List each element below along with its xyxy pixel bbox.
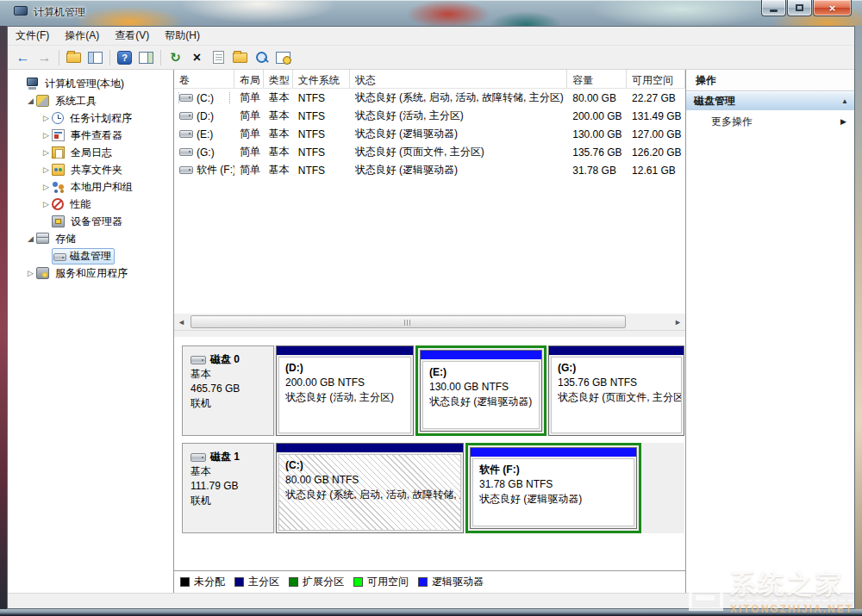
volume-capacity: 31.78 GB bbox=[567, 165, 627, 177]
more-actions-item[interactable]: 更多操作 ▶ bbox=[686, 110, 854, 133]
disk-status: 联机 bbox=[191, 396, 265, 411]
tree-item-services-applications[interactable]: ▷ 服务和应用程序 bbox=[8, 264, 173, 282]
expander-icon[interactable]: ◢ bbox=[25, 234, 36, 243]
actions-group-disk-management[interactable]: 磁盘管理 ▲ bbox=[686, 91, 854, 110]
tree-item-system-tools[interactable]: ◢ 系统工具 bbox=[8, 92, 173, 109]
open-folder-icon[interactable] bbox=[230, 48, 250, 67]
free-space-swatch bbox=[353, 577, 363, 587]
logical-drive-bar bbox=[471, 448, 636, 457]
partition-c-selected[interactable]: (C:) 80.00 GB NTFS 状态良好 (系统, 启动, 活动, 故障转… bbox=[276, 443, 464, 533]
partition-status: 状态良好 (逻辑驱动器) bbox=[429, 395, 533, 409]
extended-partition-swatch bbox=[289, 577, 298, 587]
menu-help[interactable]: 帮助(H) bbox=[157, 26, 208, 46]
storage-icon bbox=[36, 233, 49, 245]
volume-capacity: 135.76 GB bbox=[567, 146, 627, 159]
legend-bar: 未分配 主分区 扩展分区 可用空间 逻辑驱动器 bbox=[174, 570, 685, 593]
expander-icon[interactable]: ▷ bbox=[41, 148, 52, 157]
tree-item-event-viewer[interactable]: ▷ 事件查看器 bbox=[8, 127, 173, 144]
volume-row-c[interactable]: (C:) 简单 基本 NTFS 状态良好 (系统, 启动, 活动, 故障转储, … bbox=[174, 89, 685, 107]
volume-capacity: 200.00 GB bbox=[567, 110, 627, 122]
pane-splitter[interactable] bbox=[174, 330, 685, 337]
refresh-icon[interactable]: ↻ bbox=[166, 48, 185, 67]
column-header-layout[interactable]: 布局 bbox=[234, 70, 264, 88]
help-icon[interactable]: ? bbox=[115, 48, 134, 67]
volume-capacity: 80.00 GB bbox=[567, 92, 627, 104]
volume-type: 基本 bbox=[264, 109, 293, 123]
disk-icon bbox=[191, 453, 206, 462]
column-header-filesystem[interactable]: 文件系统 bbox=[293, 70, 350, 88]
partition-g[interactable]: (G:) 135.76 GB NTFS 状态良好 (页面文件, 主分区) bbox=[548, 345, 684, 436]
expander-icon[interactable]: ▷ bbox=[41, 200, 52, 208]
logical-drive-swatch bbox=[418, 577, 428, 587]
menu-file[interactable]: 文件(F) bbox=[8, 26, 57, 46]
expander-icon[interactable]: ▷ bbox=[41, 131, 52, 140]
column-header-volume[interactable]: 卷 bbox=[174, 70, 234, 88]
tree-item-label: 任务计划程序 bbox=[67, 110, 134, 127]
expander-icon[interactable]: ▷ bbox=[41, 165, 52, 174]
disk-type: 基本 bbox=[191, 464, 265, 479]
export-list-icon[interactable] bbox=[64, 48, 84, 67]
volume-name: 软件 (F:) bbox=[197, 163, 234, 177]
scroll-right-icon[interactable]: ► bbox=[671, 314, 685, 329]
maximize-button[interactable] bbox=[787, 0, 812, 16]
volume-layout: 简单 bbox=[234, 109, 264, 123]
menu-view[interactable]: 查看(V) bbox=[107, 26, 157, 46]
settings-window-icon[interactable] bbox=[273, 48, 293, 67]
partition-d[interactable]: (D:) 200.00 GB NTFS 状态良好 (活动, 主分区) bbox=[276, 345, 414, 436]
column-header-type[interactable]: 类型 bbox=[264, 70, 293, 88]
tree-item-storage[interactable]: ◢ 存储 bbox=[8, 230, 173, 247]
tree-item-label: 设备管理器 bbox=[68, 214, 125, 230]
legend-label: 逻辑驱动器 bbox=[432, 575, 484, 589]
volume-row-g[interactable]: (G:) 简单 基本 NTFS 状态良好 (页面文件, 主分区) 135.76 … bbox=[174, 143, 685, 161]
volume-row-d[interactable]: (D:) 简单 基本 NTFS 状态良好 (活动, 主分区) 200.00 GB… bbox=[174, 107, 685, 125]
scroll-left-icon[interactable]: ◄ bbox=[174, 314, 189, 329]
volume-row-e[interactable]: (E:) 简单 基本 NTFS 状态良好 (逻辑驱动器) 130.00 GB 1… bbox=[174, 125, 685, 143]
disk-icon bbox=[191, 356, 206, 364]
tree-item-performance[interactable]: ▷ 性能 bbox=[8, 196, 173, 213]
disk-management-icon bbox=[53, 253, 66, 261]
window-body: 文件(F) 操作(A) 查看(V) 帮助(H) ← → ? ↻ × 计算机管理(… bbox=[7, 26, 855, 609]
tree-item-device-manager[interactable]: 设备管理器 bbox=[8, 213, 173, 230]
menu-action[interactable]: 操作(A) bbox=[57, 26, 107, 46]
tree-item-local-users-groups[interactable]: ▷ 本地用户和组 bbox=[8, 178, 173, 196]
tree-item-disk-management[interactable]: 磁盘管理 bbox=[8, 247, 173, 264]
show-action-pane-icon[interactable] bbox=[136, 48, 156, 67]
legend-logical: 逻辑驱动器 bbox=[418, 575, 484, 589]
volume-layout: 简单 bbox=[234, 145, 264, 159]
column-header-status[interactable]: 状态 bbox=[350, 70, 568, 88]
tree-item-global-log[interactable]: ▷ 全局日志 bbox=[8, 144, 173, 161]
properties-icon[interactable] bbox=[209, 48, 228, 67]
forward-icon[interactable]: → bbox=[34, 48, 54, 67]
partition-label: (G:) bbox=[558, 361, 675, 376]
find-icon[interactable] bbox=[252, 48, 272, 67]
volume-row-f[interactable]: 软件 (F:) 简单 基本 NTFS 状态良好 (逻辑驱动器) 31.78 GB… bbox=[174, 161, 685, 179]
close-button[interactable]: × bbox=[813, 0, 852, 16]
tree-item-computer-management[interactable]: 计算机管理(本地) bbox=[8, 75, 173, 92]
disk-name: 磁盘 1 bbox=[210, 450, 240, 464]
expander-icon[interactable]: ◢ bbox=[25, 96, 36, 105]
tree-item-task-scheduler[interactable]: ▷ 任务计划程序 bbox=[8, 109, 173, 127]
expander-icon[interactable]: ▷ bbox=[25, 269, 36, 277]
title-bar: 计算机管理 × bbox=[0, 0, 862, 26]
collapse-icon[interactable]: ▲ bbox=[841, 97, 848, 105]
volume-layout: 简单 bbox=[234, 163, 264, 177]
partition-e[interactable]: (E:) 130.00 GB NTFS 状态良好 (逻辑驱动器) bbox=[420, 350, 542, 432]
partition-f[interactable]: 软件 (F:) 31.78 GB NTFS 状态良好 (逻辑驱动器) bbox=[470, 447, 637, 529]
tree-item-shared-folders[interactable]: ▷ 共享文件夹 bbox=[8, 161, 173, 178]
selected-tree-item[interactable]: 磁盘管理 bbox=[52, 248, 115, 264]
disk-1-header[interactable]: 磁盘 1 基本 111.79 GB 联机 bbox=[182, 443, 274, 533]
back-icon[interactable]: ← bbox=[13, 48, 33, 67]
horizontal-scrollbar[interactable]: ◄ ► bbox=[174, 314, 685, 330]
column-header-free-space[interactable]: 可用空间 bbox=[627, 70, 685, 88]
console-tree: 计算机管理(本地) ◢ 系统工具 ▷ 任务计划程序 ▷ 事件查看器 ▷ 全局日志 bbox=[8, 70, 174, 593]
column-header-capacity[interactable]: 容量 bbox=[567, 70, 627, 88]
disk-0-header[interactable]: 磁盘 0 基本 465.76 GB 联机 bbox=[182, 345, 274, 436]
delete-icon[interactable]: × bbox=[187, 48, 207, 67]
minimize-button[interactable] bbox=[761, 0, 786, 16]
volume-filesystem: NTFS bbox=[293, 146, 350, 159]
scrollbar-thumb[interactable] bbox=[191, 315, 626, 328]
show-console-tree-icon[interactable] bbox=[85, 48, 105, 67]
expander-icon[interactable]: ▷ bbox=[41, 114, 52, 122]
expander-icon[interactable]: ▷ bbox=[41, 183, 52, 191]
scrollbar-track[interactable] bbox=[189, 314, 671, 329]
